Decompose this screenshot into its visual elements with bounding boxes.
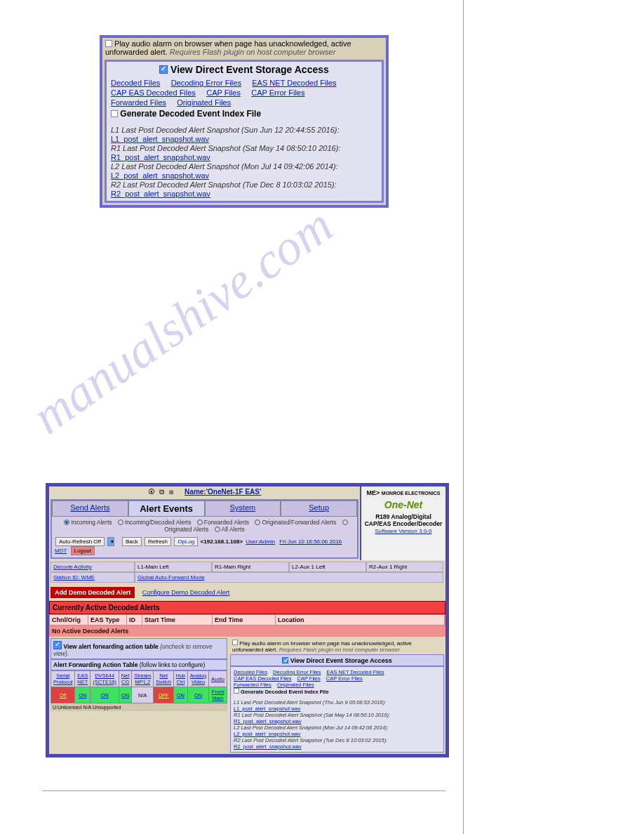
snapshot-r2-link[interactable]: R2_post_alert_snapshot.wav	[111, 190, 210, 198]
tab-send-alerts[interactable]: Send Alerts	[52, 501, 128, 517]
fwd-analog-cell[interactable]: ON	[187, 687, 208, 703]
r-view-storage-title: View Direct Event Storage Access	[290, 657, 392, 664]
device-name-link[interactable]: Name:'OneNet-1F EAS'	[185, 488, 261, 496]
snapshot-l2-link[interactable]: L2_post_alert_snapshot.wav	[111, 171, 209, 180]
snapshot-r1-link[interactable]: R1_post_alert_snapshot.wav	[111, 153, 210, 161]
brand-onenet: One-Net	[363, 499, 444, 510]
gen-index-checkbox[interactable]	[111, 110, 118, 117]
view-storage-checkbox[interactable]	[159, 65, 168, 74]
r-link-decoded[interactable]: Decoded Files	[234, 669, 267, 675]
auto-refresh-dropdown-icon[interactable]: ▾	[107, 537, 114, 546]
fwd-dvs-cell[interactable]: ON	[90, 687, 119, 703]
r-audio-checkbox[interactable]	[232, 640, 238, 645]
alert-filter-radios: Incoming Alerts Incoming/Decoded Alerts …	[52, 517, 357, 535]
fwd-netcg-cell[interactable]: ON	[119, 687, 132, 703]
radio-incoming-alerts[interactable]	[64, 519, 69, 525]
decode-activity-link[interactable]: Decode Activity	[53, 564, 92, 570]
fwd-easnet-cell[interactable]: ON	[75, 687, 90, 703]
forwarding-action-table: Serial Protocol EAS NET DVS644 (SCTE18) …	[51, 670, 227, 703]
brand-model: R189 Analog/Digital CAP/EAS Encoder/Deco…	[363, 513, 444, 527]
th-chnl: Chnl/Orig	[50, 615, 88, 625]
radio-forwarded[interactable]	[197, 519, 203, 525]
link-cap-files[interactable]: CAP Files	[206, 88, 241, 97]
th-id: ID	[127, 615, 142, 625]
fwd-th-easnet[interactable]: EAS NET	[75, 671, 90, 687]
fwd-th-stream[interactable]: Stream MP1,2	[132, 671, 154, 687]
fwd-hub-cell[interactable]: ON	[173, 687, 187, 703]
view-storage-title: View Direct Event Storage Access	[170, 64, 329, 75]
user-link[interactable]: User:Admin	[246, 538, 275, 545]
fwd-th-dvs[interactable]: DVS644 (SCTE18)	[90, 671, 119, 687]
decode-l1: L1-Main Left	[135, 562, 212, 572]
fwd-th-analog[interactable]: Analog Video	[187, 671, 208, 687]
fwd-stream-cell: N/A	[132, 687, 154, 703]
view-fwd-table-checkbox[interactable]	[53, 641, 62, 649]
r-view-storage-checkbox[interactable]	[282, 657, 288, 663]
radio-label-5: All Alerts	[222, 526, 245, 533]
link-originated-files[interactable]: Originated Files	[177, 98, 231, 107]
refresh-button[interactable]: Refresh	[145, 537, 171, 546]
fwd-th-netsw[interactable]: Net Switch	[154, 671, 173, 687]
radio-label-2: Forwarded Alerts	[204, 519, 249, 526]
r-snap-l1-link[interactable]: L1_post_alert_snapshot.wav	[234, 706, 441, 712]
gen-index-label: Generate Decoded Event Index File	[120, 109, 261, 119]
fwd-audio-cell[interactable]: Front Main	[209, 687, 227, 703]
global-auto-forward-link[interactable]: Global Auto-Forward Mode	[137, 574, 205, 581]
add-demo-decoded-alert-button[interactable]: Add Demo Decoded Alert	[51, 587, 135, 598]
fwd-th-hub[interactable]: Hub Ctrl	[173, 671, 187, 687]
r-gen-index-checkbox[interactable]	[234, 688, 239, 694]
r-link-capeas[interactable]: CAP EAS Decoded Files	[234, 675, 291, 682]
r-link-orig[interactable]: Originated Files	[277, 682, 314, 688]
link-decoded-files[interactable]: Decoded Files	[111, 79, 160, 87]
r-link-fwd[interactable]: Forwarded Files	[234, 682, 271, 688]
radio-label-4: Originated Alerts	[164, 526, 208, 533]
back-button[interactable]: Back	[122, 537, 142, 546]
r-link-easnet[interactable]: EAS NET Decoded Files	[327, 669, 384, 675]
device-name-row: ⦿ ⧉ ⊞ Name:'OneNet-1F EAS'	[49, 486, 360, 498]
link-cap-error-files[interactable]: CAP Error Files	[251, 88, 304, 97]
configure-demo-link[interactable]: Configure Demo Decoded Alert	[142, 589, 230, 596]
r-gen-index-label: Generate Decoded Event Index File	[241, 689, 328, 695]
r-link-cap[interactable]: CAP Files	[297, 675, 321, 682]
snapshot-l1-label: L1 Last Post Decoded Alert Snapshot (Sun…	[111, 126, 377, 134]
auto-refresh-select[interactable]: Auto-Refresh Off	[55, 537, 105, 546]
audio-alarm-requirement: Requires Flash plugin on host computer b…	[170, 48, 336, 56]
fwd-serial-cell[interactable]: Off	[51, 687, 75, 703]
r-snap-r2: R2 Last Post Decoded Alert Snapshot (Tue…	[234, 737, 441, 743]
tab-alert-events[interactable]: Alert Events	[128, 501, 205, 517]
software-version-link[interactable]: Software Version 3.0-0	[375, 528, 432, 534]
link-decoding-error-files[interactable]: Decoding Error Files	[171, 79, 241, 87]
r-link-caperr[interactable]: CAP Error Files	[326, 675, 363, 682]
logout-button[interactable]: Logout	[71, 546, 95, 555]
no-active-alerts-row: No Active Decoded Alerts	[49, 626, 445, 637]
fwd-th-audio[interactable]: Audio	[209, 671, 227, 687]
link-eas-net-decoded-files[interactable]: EAS NET Decoded Files	[252, 79, 336, 87]
fwd-th-netcg[interactable]: Net CG	[119, 671, 132, 687]
view-fwd-table-label: View alert forwarding action table	[63, 643, 158, 650]
r-link-decerr[interactable]: Decoding Error Files	[273, 669, 321, 675]
view-storage-header: View Direct Event Storage Access	[111, 64, 377, 75]
radio-incoming-decoded[interactable]	[118, 519, 123, 525]
r-snap-l2-link[interactable]: L2_post_alert_snapshot.wav	[234, 731, 441, 737]
audio-alarm-checkbox[interactable]	[105, 40, 112, 47]
r-snap-l2: L2 Last Post Decoded Alert Snapshot (Mon…	[234, 724, 441, 731]
r-snap-r1-link[interactable]: R1_post_alert_snapshot.wav	[234, 718, 441, 724]
link-forwarded-files[interactable]: Forwarded Files	[111, 98, 166, 107]
tab-system[interactable]: System	[205, 501, 281, 517]
link-cap-eas-decoded-files[interactable]: CAP EAS Decoded Files	[111, 88, 196, 97]
tab-setup[interactable]: Setup	[281, 501, 357, 517]
station-id-link[interactable]: Station ID: WME	[53, 574, 95, 581]
fwd-th-serial[interactable]: Serial Protocol	[51, 671, 75, 687]
brand-logo-text: ME> MONROE ELECTRONICS	[363, 489, 444, 496]
th-start: Start Time	[142, 615, 213, 625]
snapshot-l1-link[interactable]: L1_post_alert_snapshot.wav	[111, 135, 209, 143]
r-audio-req: Requires Flash plugin on host computer b…	[279, 647, 400, 653]
fwd-netsw-cell[interactable]: OFF	[154, 687, 173, 703]
radio-originated[interactable]	[342, 519, 348, 525]
radio-label-0: Incoming Alerts	[71, 519, 112, 526]
alert-events-app-panel: ⦿ ⧉ ⊞ Name:'OneNet-1F EAS' Send Alerts A…	[46, 483, 449, 757]
radio-orig-forwarded[interactable]	[255, 519, 260, 525]
oplog-button[interactable]: OpLog	[174, 537, 198, 546]
r-snap-r2-link[interactable]: R2_post_alert_snapshot.wav	[234, 743, 441, 750]
radio-all[interactable]	[215, 527, 220, 532]
